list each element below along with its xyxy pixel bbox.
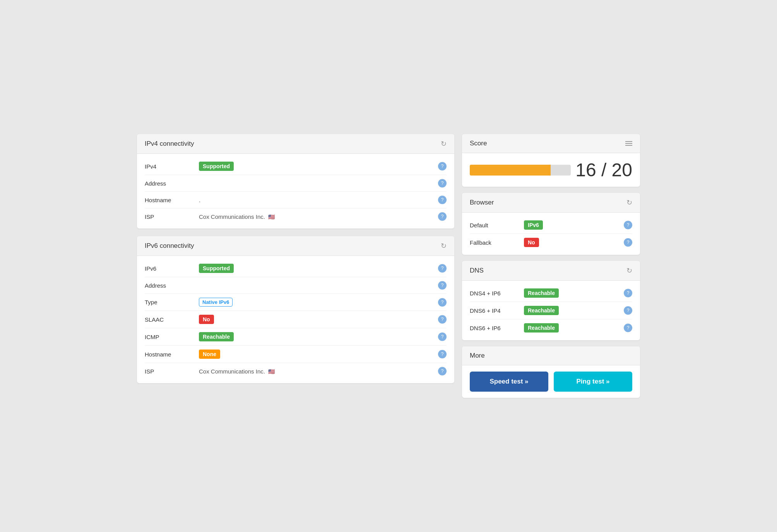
table-row: Address ? — [145, 175, 447, 192]
speed-test-button[interactable]: Speed test » — [470, 372, 548, 392]
ipv4-card-body: IPv4 Supported ? Address ? Hostname . ? — [137, 154, 454, 228]
ipv6-refresh-icon[interactable]: ↻ — [441, 242, 447, 250]
ipv6-icmp-help-icon[interactable]: ? — [438, 332, 447, 341]
table-row: Default IPv6 ? — [470, 217, 632, 234]
more-title: More — [470, 352, 485, 360]
ipv4-hostname-label: Hostname — [145, 197, 199, 203]
ipv6-address-help-icon[interactable]: ? — [438, 281, 447, 290]
ipv4-refresh-icon[interactable]: ↻ — [441, 140, 447, 148]
dns4-ip6-value: Reachable — [524, 288, 620, 298]
table-row: Hostname . ? — [145, 192, 447, 208]
ipv4-isp-help-icon[interactable]: ? — [438, 212, 447, 221]
browser-default-value: IPv6 — [524, 220, 620, 230]
ipv4-supported-badge: Supported — [199, 162, 234, 171]
browser-refresh-icon[interactable]: ↻ — [626, 198, 632, 207]
us-flag-icon: 🇺🇸 — [268, 214, 275, 220]
ipv6-isp-text: Cox Communications Inc. — [199, 368, 265, 375]
browser-title: Browser — [470, 199, 494, 206]
left-column: IPv4 connectivity ↻ IPv4 Supported ? Add… — [137, 134, 454, 398]
score-bar-wrapper — [470, 165, 571, 176]
ipv4-help-icon[interactable]: ? — [438, 162, 447, 171]
list-icon-line2 — [625, 143, 632, 144]
ipv4-hostname-value: . — [199, 197, 434, 203]
table-row: IPv4 Supported ? — [145, 158, 447, 175]
score-card: Score 16 / 20 — [462, 134, 640, 187]
ipv4-address-help-icon[interactable]: ? — [438, 179, 447, 188]
ping-test-button[interactable]: Ping test » — [554, 372, 632, 392]
right-column: Score 16 / 20 Browser ↻ — [462, 134, 640, 398]
ipv6-card-header: IPv6 connectivity ↻ — [137, 236, 454, 256]
ipv6-isp-label: ISP — [145, 368, 199, 375]
ipv4-isp-text: Cox Communications Inc. — [199, 213, 265, 220]
browser-fallback-label: Fallback — [470, 239, 524, 246]
ipv4-card-header: IPv4 connectivity ↻ — [137, 134, 454, 154]
browser-card-body: Default IPv6 ? Fallback No ? — [462, 213, 640, 255]
dns-card: DNS ↻ DNS4 + IP6 Reachable ? DNS6 + IP4 … — [462, 261, 640, 340]
ipv4-isp-label: ISP — [145, 213, 199, 220]
ipv6-type-badge: Native IPv6 — [199, 298, 233, 307]
ipv6-icmp-label: ICMP — [145, 334, 199, 340]
table-row: ISP Cox Communications Inc. 🇺🇸 ? — [145, 208, 447, 225]
list-icon[interactable] — [625, 141, 632, 146]
ipv6-type-label: Type — [145, 299, 199, 305]
score-bar-container: 16 / 20 — [462, 153, 640, 187]
dns6-ip6-label: DNS6 + IP6 — [470, 325, 524, 331]
ipv6-help-icon[interactable]: ? — [438, 264, 447, 273]
dns6-ip6-badge: Reachable — [524, 323, 559, 332]
ipv4-hostname-help-icon[interactable]: ? — [438, 196, 447, 204]
browser-default-help-icon[interactable]: ? — [624, 221, 632, 229]
ipv6-card: IPv6 connectivity ↻ IPv6 Supported ? Add… — [137, 236, 454, 383]
ipv4-isp-value: Cox Communications Inc. 🇺🇸 — [199, 213, 434, 220]
browser-fallback-value: No — [524, 238, 620, 247]
ipv6-isp-help-icon[interactable]: ? — [438, 367, 447, 375]
table-row: Hostname None ? — [145, 346, 447, 363]
ipv6-title: IPv6 connectivity — [145, 242, 194, 250]
browser-default-label: Default — [470, 222, 524, 228]
ipv6-address-label: Address — [145, 282, 199, 289]
browser-card: Browser ↻ Default IPv6 ? Fallback No ? — [462, 193, 640, 255]
browser-default-badge: IPv6 — [524, 220, 543, 230]
dns6-ip4-label: DNS6 + IP4 — [470, 307, 524, 314]
ipv6-supported-badge: Supported — [199, 264, 234, 273]
list-icon-line3 — [625, 145, 632, 146]
score-title: Score — [470, 140, 487, 147]
table-row: Address ? — [145, 277, 447, 294]
dns6-ip6-help-icon[interactable]: ? — [624, 324, 632, 332]
ipv6-slaac-badge: No — [199, 315, 214, 324]
more-card-header: More — [462, 346, 640, 365]
dns6-ip4-value: Reachable — [524, 306, 620, 315]
dns-title: DNS — [470, 267, 484, 275]
dns-card-header: DNS ↻ — [462, 261, 640, 281]
dns4-ip6-label: DNS4 + IP6 — [470, 290, 524, 297]
dns6-ip6-value: Reachable — [524, 323, 620, 332]
table-row: ISP Cox Communications Inc. 🇺🇸 ? — [145, 363, 447, 379]
browser-card-header: Browser ↻ — [462, 193, 640, 213]
ipv6-type-help-icon[interactable]: ? — [438, 298, 447, 307]
ipv6-hostname-label: Hostname — [145, 351, 199, 358]
browser-fallback-badge: No — [524, 238, 539, 247]
dns-refresh-icon[interactable]: ↻ — [626, 266, 632, 275]
table-row: IPv6 Supported ? — [145, 260, 447, 277]
ipv6-isp-value: Cox Communications Inc. 🇺🇸 — [199, 368, 434, 375]
dns6-ip4-badge: Reachable — [524, 306, 559, 315]
table-row: Type Native IPv6 ? — [145, 294, 447, 311]
ipv6-slaac-help-icon[interactable]: ? — [438, 315, 447, 324]
ipv6-hostname-help-icon[interactable]: ? — [438, 350, 447, 358]
ipv6-slaac-value: No — [199, 315, 434, 324]
ipv4-address-label: Address — [145, 180, 199, 187]
ipv6-hostname-badge: None — [199, 350, 220, 359]
browser-fallback-help-icon[interactable]: ? — [624, 238, 632, 247]
ipv6-label: IPv6 — [145, 265, 199, 272]
score-display: 16 / 20 — [575, 159, 632, 181]
table-row: DNS6 + IP4 Reachable ? — [470, 302, 632, 319]
ipv4-label: IPv4 — [145, 163, 199, 170]
ipv6-icmp-value: Reachable — [199, 332, 434, 341]
dns6-ip4-help-icon[interactable]: ? — [624, 306, 632, 315]
list-icon-line1 — [625, 141, 632, 142]
table-row: Fallback No ? — [470, 234, 632, 251]
score-card-header: Score — [462, 134, 640, 153]
dns-card-body: DNS4 + IP6 Reachable ? DNS6 + IP4 Reacha… — [462, 281, 640, 340]
dns4-ip6-help-icon[interactable]: ? — [624, 289, 632, 297]
ipv6-type-value: Native IPv6 — [199, 298, 434, 307]
ipv6-slaac-label: SLAAC — [145, 316, 199, 323]
